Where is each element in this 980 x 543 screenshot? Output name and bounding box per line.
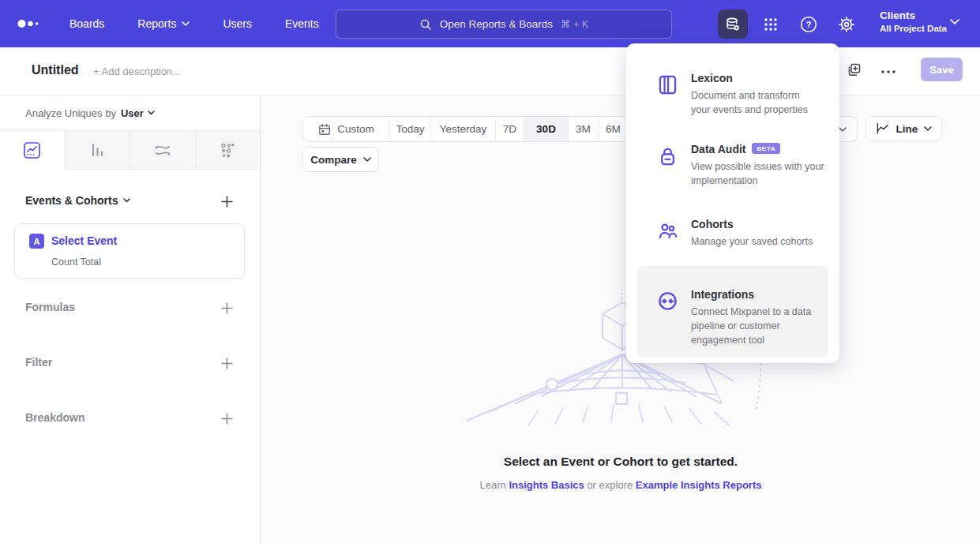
add-breakdown-button[interactable] [218,410,235,427]
nav-item-events[interactable]: Events [285,17,319,30]
chevron-down-icon [148,110,155,115]
events-cohorts-header[interactable]: Events & Cohorts [25,194,130,207]
breakdown-section-label: Breakdown [25,411,84,424]
cohorts-description: Manage your saved cohorts [691,234,830,249]
date-range-30d-active[interactable]: 30D [524,117,569,141]
tab-bar-chart[interactable] [66,131,131,170]
nav-item-boards-label: Boards [69,17,104,30]
nav-item-users[interactable]: Users [223,17,252,30]
menu-item-lexicon[interactable]: Lexicon Document and transform your even… [637,67,828,134]
cohorts-title: Cohorts [691,218,734,230]
compare-button[interactable]: Compare [302,147,379,172]
links-middle-text: or explore [584,479,636,491]
help-button[interactable]: ? [794,9,824,39]
filter-section-label: Filter [25,356,52,369]
project-selector[interactable]: Clients All Project Data [880,9,947,35]
chart-type-button[interactable]: Line [865,116,942,141]
data-management-menu: Lexicon Document and transform your even… [626,43,839,363]
search-icon [419,18,432,31]
analyze-value-dropdown[interactable]: User [121,107,155,119]
integrations-icon [657,290,678,312]
lexicon-icon [657,74,678,95]
mixpanel-logo[interactable] [17,18,41,29]
empty-state-title: Select an Event or Cohort to get started… [261,455,980,469]
settings-button[interactable] [832,9,862,39]
date-range-30d-label: 30D [536,123,556,135]
plus-icon [221,358,233,369]
global-search-input[interactable]: Open Reports & Boards ⌘ + K [336,9,672,39]
report-description-placeholder[interactable]: + Add description... [93,66,181,77]
report-title[interactable]: Untitled [32,63,79,77]
data-management-button[interactable] [718,9,748,39]
save-button[interactable]: Save [921,58,963,81]
date-range-7d[interactable]: 7D [496,117,524,141]
tab-scatter-chart[interactable] [196,131,261,170]
nav-links: Boards Reports Users Events [69,17,319,30]
menu-item-cohorts[interactable]: Cohorts Manage your saved cohorts [637,213,828,260]
date-range-6m[interactable]: 6M [599,117,629,141]
example-insights-reports-link[interactable]: Example Insights Reports [636,479,762,491]
select-event-label: Select Event [51,234,117,247]
chevron-down-icon [182,21,190,26]
project-name: Clients [880,9,947,23]
svg-text:?: ? [806,20,812,29]
lexicon-title: Lexicon [691,72,733,84]
date-range-3m-label: 3M [576,123,591,135]
copy-plus-icon [846,62,862,78]
menu-item-integrations[interactable]: Integrations Connect Mixpanel to a data … [637,266,828,357]
flow-icon [153,140,172,159]
add-filter-button[interactable] [218,354,235,372]
menu-item-data-audit[interactable]: Data Audit BETA View possible issues wit… [637,138,828,209]
integrations-description: Connect Mixpanel to a data pipeline or c… [691,305,830,347]
date-range-custom[interactable]: Custom [303,117,390,141]
project-scope: All Project Data [880,23,947,35]
mixpanel-logo-icon [17,18,41,29]
ellipsis-icon [881,70,896,73]
query-sidebar: Analyze Uniques by User [0,95,261,543]
date-range-custom-label: Custom [337,123,374,135]
gear-icon [837,15,856,34]
event-series-badge: A [29,234,44,249]
search-placeholder: Open Reports & Boards [440,18,553,30]
compare-label: Compare [310,154,357,166]
insights-basics-link[interactable]: Insights Basics [509,479,584,491]
analyze-label: Analyze Uniques by [25,107,116,119]
date-range-today[interactable]: Today [390,117,431,141]
more-options-button[interactable] [879,62,898,81]
tab-flow-chart[interactable] [130,131,196,170]
date-range-6m-label: 6M [606,123,621,135]
learn-prefix: Learn [480,479,509,491]
tab-line-chart[interactable] [0,131,66,170]
nav-item-reports[interactable]: Reports [137,17,190,30]
line-chart-icon [876,122,890,135]
date-range-3m[interactable]: 3M [569,117,599,141]
data-audit-description: View possible issues with your implement… [691,159,830,188]
analyze-row: Analyze Uniques by User [25,95,155,130]
lexicon-description: Document and transform your events and p… [691,88,830,117]
chevron-down-icon [839,127,847,132]
plus-icon [221,196,233,208]
date-range-today-label: Today [396,123,424,135]
project-chevron[interactable] [950,19,959,24]
grid-icon [762,16,779,33]
beta-badge: BETA [752,143,780,154]
date-range-7d-label: 7D [503,123,516,135]
chart-type-tabs [0,130,260,170]
plus-icon [221,413,233,425]
add-event-button[interactable] [218,193,235,210]
duplicate-report-button[interactable] [846,62,862,78]
count-total-label[interactable]: Count Total [51,257,101,268]
nav-item-boards[interactable]: Boards [69,17,104,30]
integrations-title: Integrations [691,288,754,301]
chart-type-label: Line [896,123,918,135]
date-range-yesterday[interactable]: Yesterday [431,117,496,141]
add-formula-button[interactable] [218,299,235,316]
database-gear-icon [723,15,742,34]
apps-grid-button[interactable] [756,9,786,39]
chevron-down-icon [924,126,932,131]
plus-icon [221,302,233,314]
bar-chart-icon [88,141,107,159]
events-cohorts-label: Events & Cohorts [25,194,118,207]
cohorts-icon [657,220,678,242]
select-event-card[interactable]: A Select Event Count Total [14,223,245,279]
